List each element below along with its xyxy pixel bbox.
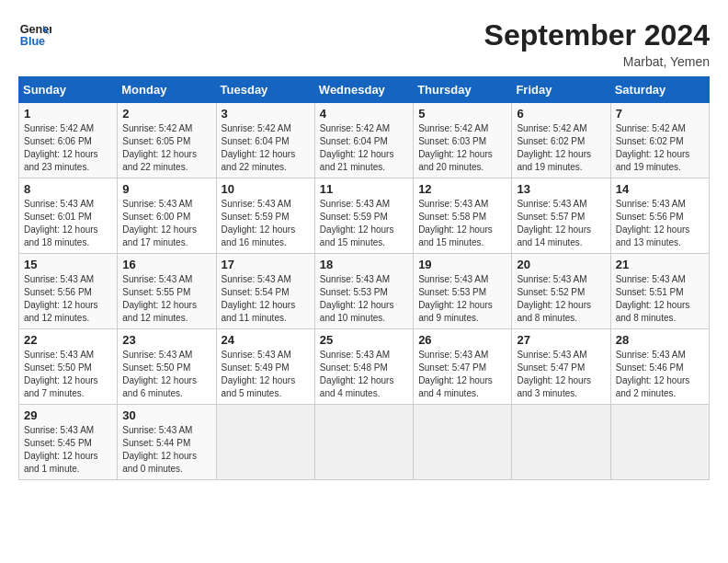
- sunrise-line: Sunrise: 5:43 AM: [320, 274, 390, 284]
- day-info: Sunrise: 5:42 AMSunset: 6:05 PMDaylight:…: [122, 122, 210, 174]
- daylight-line: Daylight: 12 hours: [222, 149, 296, 159]
- day-info: Sunrise: 5:42 AMSunset: 6:02 PMDaylight:…: [517, 122, 605, 174]
- sunset-line: Sunset: 6:01 PM: [24, 212, 92, 222]
- calendar-cell: 4Sunrise: 5:42 AMSunset: 6:04 PMDaylight…: [314, 103, 413, 178]
- calendar-cell: 2Sunrise: 5:42 AMSunset: 6:05 PMDaylight…: [118, 103, 216, 178]
- day-number: 26: [418, 333, 506, 347]
- daylight-minutes: and 14 minutes.: [517, 237, 582, 247]
- daylight-line: Daylight: 12 hours: [418, 300, 493, 310]
- sunset-line: Sunset: 5:50 PM: [122, 362, 190, 373]
- sunrise-line: Sunrise: 5:43 AM: [122, 350, 192, 360]
- day-info: Sunrise: 5:43 AMSunset: 5:47 PMDaylight:…: [517, 349, 605, 400]
- day-number: 25: [320, 333, 408, 347]
- calendar-cell: 29Sunrise: 5:43 AMSunset: 5:45 PMDayligh…: [19, 405, 118, 480]
- day-info: Sunrise: 5:43 AMSunset: 5:54 PMDaylight:…: [222, 273, 310, 325]
- daylight-line: Daylight: 12 hours: [122, 149, 197, 159]
- title-block: September 2024 Marbat, Yemen: [484, 18, 710, 69]
- sunrise-line: Sunrise: 5:42 AM: [320, 123, 390, 133]
- weekday-header-row: SundayMondayTuesdayWednesdayThursdayFrid…: [19, 77, 710, 103]
- day-info: Sunrise: 5:42 AMSunset: 6:04 PMDaylight:…: [320, 122, 408, 174]
- calendar-cell: [512, 405, 610, 480]
- sunset-line: Sunset: 5:45 PM: [24, 438, 92, 448]
- daylight-line: Daylight: 12 hours: [418, 224, 493, 235]
- day-number: 13: [517, 182, 605, 196]
- calendar-cell: 28Sunrise: 5:43 AMSunset: 5:46 PMDayligh…: [610, 329, 709, 405]
- calendar-week-1: 1Sunrise: 5:42 AMSunset: 6:06 PMDaylight…: [19, 103, 710, 178]
- day-info: Sunrise: 5:42 AMSunset: 6:04 PMDaylight:…: [222, 122, 310, 174]
- daylight-line: Daylight: 12 hours: [616, 224, 690, 235]
- day-info: Sunrise: 5:43 AMSunset: 5:59 PMDaylight:…: [222, 198, 310, 249]
- calendar-week-2: 8Sunrise: 5:43 AMSunset: 6:01 PMDaylight…: [19, 178, 710, 254]
- sunrise-line: Sunrise: 5:43 AM: [24, 350, 94, 360]
- calendar-cell: 13Sunrise: 5:43 AMSunset: 5:57 PMDayligh…: [512, 178, 610, 254]
- day-info: Sunrise: 5:43 AMSunset: 5:53 PMDaylight:…: [320, 273, 408, 325]
- daylight-line: Daylight: 12 hours: [122, 451, 197, 461]
- daylight-minutes: and 12 minutes.: [24, 313, 89, 323]
- day-info: Sunrise: 5:43 AMSunset: 5:50 PMDaylight:…: [122, 349, 210, 400]
- daylight-minutes: and 0 minutes.: [122, 464, 183, 474]
- calendar-cell: 8Sunrise: 5:43 AMSunset: 6:01 PMDaylight…: [19, 178, 118, 254]
- calendar-cell: 3Sunrise: 5:42 AMSunset: 6:04 PMDaylight…: [216, 103, 314, 178]
- daylight-line: Daylight: 12 hours: [616, 375, 690, 385]
- day-number: 22: [24, 333, 112, 347]
- daylight-minutes: and 1 minute.: [24, 464, 80, 474]
- daylight-minutes: and 19 minutes.: [616, 162, 681, 172]
- calendar-cell: 5Sunrise: 5:42 AMSunset: 6:03 PMDaylight…: [414, 103, 512, 178]
- sunset-line: Sunset: 5:44 PM: [122, 438, 190, 448]
- daylight-line: Daylight: 12 hours: [222, 375, 296, 385]
- calendar-week-4: 22Sunrise: 5:43 AMSunset: 5:50 PMDayligh…: [19, 329, 710, 405]
- daylight-minutes: and 8 minutes.: [616, 313, 677, 323]
- calendar-cell: 9Sunrise: 5:43 AMSunset: 6:00 PMDaylight…: [118, 178, 216, 254]
- sunrise-line: Sunrise: 5:43 AM: [222, 350, 291, 360]
- day-number: 23: [122, 333, 210, 347]
- day-number: 2: [122, 107, 210, 121]
- logo-icon: General Blue: [18, 18, 51, 52]
- daylight-minutes: and 22 minutes.: [122, 162, 188, 172]
- page-header: General Blue September 2024 Marbat, Yeme…: [18, 18, 710, 69]
- daylight-line: Daylight: 12 hours: [24, 375, 98, 385]
- calendar-cell: 6Sunrise: 5:42 AMSunset: 6:02 PMDaylight…: [512, 103, 610, 178]
- daylight-minutes: and 8 minutes.: [517, 313, 577, 323]
- sunset-line: Sunset: 5:47 PM: [517, 362, 585, 373]
- calendar-cell: 14Sunrise: 5:43 AMSunset: 5:56 PMDayligh…: [610, 178, 709, 254]
- calendar-cell: 15Sunrise: 5:43 AMSunset: 5:56 PMDayligh…: [19, 254, 118, 329]
- sunrise-line: Sunrise: 5:43 AM: [616, 274, 686, 284]
- daylight-minutes: and 5 minutes.: [222, 388, 282, 398]
- sunset-line: Sunset: 5:51 PM: [616, 287, 684, 297]
- sunset-line: Sunset: 6:03 PM: [418, 136, 486, 146]
- sunset-line: Sunset: 6:04 PM: [320, 136, 388, 146]
- sunrise-line: Sunrise: 5:43 AM: [222, 199, 291, 209]
- daylight-line: Daylight: 12 hours: [24, 300, 98, 310]
- daylight-minutes: and 4 minutes.: [418, 388, 479, 398]
- daylight-line: Daylight: 12 hours: [616, 149, 690, 159]
- location: Marbat, Yemen: [484, 54, 710, 69]
- day-number: 11: [320, 182, 408, 196]
- daylight-minutes: and 11 minutes.: [222, 313, 287, 323]
- sunset-line: Sunset: 5:55 PM: [122, 287, 190, 297]
- daylight-line: Daylight: 12 hours: [320, 149, 394, 159]
- calendar-cell: 21Sunrise: 5:43 AMSunset: 5:51 PMDayligh…: [610, 254, 709, 329]
- day-info: Sunrise: 5:43 AMSunset: 5:49 PMDaylight:…: [222, 349, 310, 400]
- day-number: 27: [517, 333, 605, 347]
- calendar-cell: 27Sunrise: 5:43 AMSunset: 5:47 PMDayligh…: [512, 329, 610, 405]
- calendar-cell: 7Sunrise: 5:42 AMSunset: 6:02 PMDaylight…: [610, 103, 709, 178]
- day-info: Sunrise: 5:43 AMSunset: 5:45 PMDaylight:…: [24, 424, 112, 476]
- day-number: 12: [418, 182, 506, 196]
- sunrise-line: Sunrise: 5:43 AM: [418, 350, 488, 360]
- sunrise-line: Sunrise: 5:43 AM: [222, 274, 291, 284]
- calendar-cell: 18Sunrise: 5:43 AMSunset: 5:53 PMDayligh…: [314, 254, 413, 329]
- calendar-cell: [314, 405, 413, 480]
- sunrise-line: Sunrise: 5:42 AM: [418, 123, 488, 133]
- daylight-line: Daylight: 12 hours: [517, 375, 591, 385]
- logo: General Blue: [18, 18, 51, 52]
- daylight-line: Daylight: 12 hours: [616, 300, 690, 310]
- day-number: 15: [24, 258, 112, 271]
- day-info: Sunrise: 5:43 AMSunset: 5:46 PMDaylight:…: [616, 349, 704, 400]
- day-number: 18: [320, 258, 408, 271]
- sunrise-line: Sunrise: 5:43 AM: [616, 350, 686, 360]
- daylight-line: Daylight: 12 hours: [517, 300, 591, 310]
- sunset-line: Sunset: 5:59 PM: [222, 212, 290, 222]
- sunrise-line: Sunrise: 5:43 AM: [320, 350, 390, 360]
- calendar-cell: 11Sunrise: 5:43 AMSunset: 5:59 PMDayligh…: [314, 178, 413, 254]
- calendar-cell: 19Sunrise: 5:43 AMSunset: 5:53 PMDayligh…: [414, 254, 512, 329]
